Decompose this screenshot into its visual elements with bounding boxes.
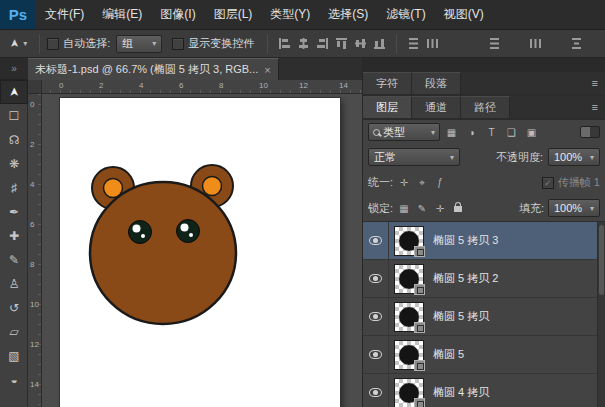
menu-type[interactable]: 类型(Y) [261, 0, 319, 29]
blend-mode-dropdown[interactable]: 正常 ▾ [368, 148, 460, 166]
quick-selection-tool-button[interactable]: ❋ [0, 152, 28, 176]
move-tool-icon: ➤ [8, 39, 21, 48]
menu-file[interactable]: 文件(F) [36, 0, 93, 29]
distribute-horizontal-icon[interactable] [487, 36, 502, 51]
layer-thumbnail[interactable] [394, 378, 424, 407]
unify-style-icon[interactable]: ƒ [433, 177, 447, 188]
unify-visibility-icon[interactable]: ⌖ [415, 177, 429, 189]
layer-thumbnail[interactable] [394, 340, 424, 370]
align-vertical-centers-icon[interactable] [353, 36, 368, 51]
layer-row[interactable]: 椭圆 5 拷贝 3 [363, 222, 605, 260]
tab-paragraph[interactable]: 段落 [412, 72, 461, 94]
lock-label: 锁定: [368, 201, 393, 216]
menu-edit[interactable]: 编辑(E) [93, 0, 151, 29]
crop-tool-icon: ♯ [11, 181, 17, 195]
menu-view[interactable]: 视图(V) [435, 0, 493, 29]
eyedropper-tool-button[interactable]: ✒ [0, 200, 28, 224]
fill-dropdown[interactable]: 100% ▾ [548, 199, 600, 217]
layer-row[interactable]: 椭圆 4 拷贝 [363, 374, 605, 407]
blur-tool-button[interactable]: ◒ [0, 368, 28, 392]
filter-toggle-switch[interactable] [580, 126, 600, 138]
tool-preset-button[interactable]: ➤ ▾ [5, 37, 32, 50]
visibility-toggle[interactable] [363, 336, 389, 373]
layer-row[interactable]: 椭圆 5 拷贝 2 [363, 260, 605, 298]
align-horizontal-centers-icon[interactable] [296, 36, 311, 51]
distribute-vertical-centers-icon[interactable] [425, 36, 440, 51]
gradient-tool-button[interactable]: ▧ [0, 344, 28, 368]
menu-filter[interactable]: 滤镜(T) [377, 0, 434, 29]
chevron-down-icon: ▾ [431, 128, 435, 137]
close-icon[interactable]: × [264, 64, 270, 76]
layer-name: 椭圆 5 [433, 347, 464, 362]
lasso-tool-button[interactable]: ☊ [0, 128, 28, 152]
lock-all-icon[interactable] [454, 206, 462, 212]
align-bottom-edges-icon[interactable] [372, 36, 387, 51]
panel-dock: 字符 段落 ≡ 图层 通道 路径 ≡ 类型 ▾ ▦ ◑ T ❑ ▣ [362, 58, 605, 407]
eye-icon [369, 236, 382, 245]
brush-tool-icon: ✎ [9, 253, 19, 267]
history-brush-tool-button[interactable]: ↺ [0, 296, 28, 320]
menu-image[interactable]: 图像(I) [151, 0, 204, 29]
layers-panel-tabs: 图层 通道 路径 ≡ [363, 96, 605, 118]
layer-thumbnail[interactable] [394, 226, 424, 256]
visibility-toggle[interactable] [363, 222, 389, 259]
distribute-vertical-icon[interactable] [528, 36, 543, 51]
filter-type-dropdown[interactable]: 类型 ▾ [368, 123, 440, 141]
layer-row[interactable]: 椭圆 5 拷贝 [363, 298, 605, 336]
panel-menu-icon[interactable]: ≡ [592, 96, 605, 118]
auto-select-target-dropdown[interactable]: 组 ▾ [116, 35, 162, 53]
filter-shape-layers-icon[interactable]: ❑ [503, 124, 520, 141]
filter-pixel-layers-icon[interactable]: ▦ [443, 124, 460, 141]
tab-character[interactable]: 字符 [363, 72, 412, 94]
align-right-edges-icon[interactable] [315, 36, 330, 51]
align-top-edges-icon[interactable] [334, 36, 349, 51]
filter-adjustment-layers-icon[interactable]: ◑ [463, 124, 480, 141]
crop-tool-button[interactable]: ♯ [0, 176, 28, 200]
eye-icon [369, 388, 382, 397]
menu-select[interactable]: 选择(S) [319, 0, 377, 29]
opacity-dropdown[interactable]: 100% ▾ [548, 148, 600, 166]
propagate-frame-checkbox[interactable]: ✓ [542, 177, 554, 189]
document-tab-bar: 未标题-1.psd @ 66.7% (椭圆 5 拷贝 3, RGB... × [28, 58, 362, 80]
tools-panel-collapse[interactable]: » [0, 58, 28, 80]
canvas-region: 0 2 4 6 8 10 12 14 0 2 4 6 8 10 12 14 [28, 80, 362, 407]
layer-thumbnail[interactable] [394, 302, 424, 332]
marquee-tool-button[interactable]: ☐ [0, 104, 28, 128]
filter-type-layers-icon[interactable]: T [483, 124, 500, 141]
tab-channels[interactable]: 通道 [412, 96, 461, 118]
unify-row: 统一: ✛ ⌖ ƒ ✓ 传播帧 1 [363, 170, 605, 195]
eraser-tool-icon: ▱ [9, 325, 18, 339]
align-left-edges-icon[interactable] [277, 36, 292, 51]
lock-position-icon[interactable]: ✛ [433, 203, 447, 214]
shape-layer-badge-icon [414, 284, 425, 295]
show-transform-checkbox[interactable] [172, 38, 184, 50]
lock-pixels-icon[interactable]: ✎ [415, 203, 429, 214]
chevron-down-icon: ▾ [152, 39, 156, 48]
document-canvas[interactable] [60, 98, 340, 407]
layer-thumbnail[interactable] [394, 264, 424, 294]
tab-layers[interactable]: 图层 [363, 96, 412, 118]
brush-tool-button[interactable]: ✎ [0, 248, 28, 272]
scrollbar[interactable] [597, 222, 605, 407]
layer-row[interactable]: 椭圆 5 [363, 336, 605, 374]
visibility-toggle[interactable] [363, 298, 389, 335]
unify-position-icon[interactable]: ✛ [397, 177, 411, 188]
document-tab[interactable]: 未标题-1.psd @ 66.7% (椭圆 5 拷贝 3, RGB... × [28, 58, 279, 80]
auto-select-checkbox[interactable] [47, 38, 59, 50]
menu-layer[interactable]: 图层(L) [205, 0, 262, 29]
photoshop-window: Ps 文件(F) 编辑(E) 图像(I) 图层(L) 类型(Y) 选择(S) 滤… [0, 0, 605, 407]
distribute-top-edges-icon[interactable] [406, 36, 421, 51]
eraser-tool-button[interactable]: ▱ [0, 320, 28, 344]
visibility-toggle[interactable] [363, 374, 389, 407]
distribute-spacing-icon[interactable] [569, 36, 584, 51]
auto-select-label: 自动选择: [63, 36, 110, 51]
scrollbar-thumb[interactable] [599, 225, 604, 295]
move-tool-button[interactable]: ➤ [0, 80, 28, 104]
filter-smart-objects-icon[interactable]: ▣ [523, 124, 540, 141]
panel-menu-icon[interactable]: ≡ [592, 72, 605, 94]
healing-brush-tool-button[interactable]: ✚ [0, 224, 28, 248]
tab-paths[interactable]: 路径 [461, 96, 510, 118]
lock-transparency-icon[interactable]: ▦ [397, 203, 411, 214]
visibility-toggle[interactable] [363, 260, 389, 297]
clone-stamp-tool-button[interactable]: ♙ [0, 272, 28, 296]
